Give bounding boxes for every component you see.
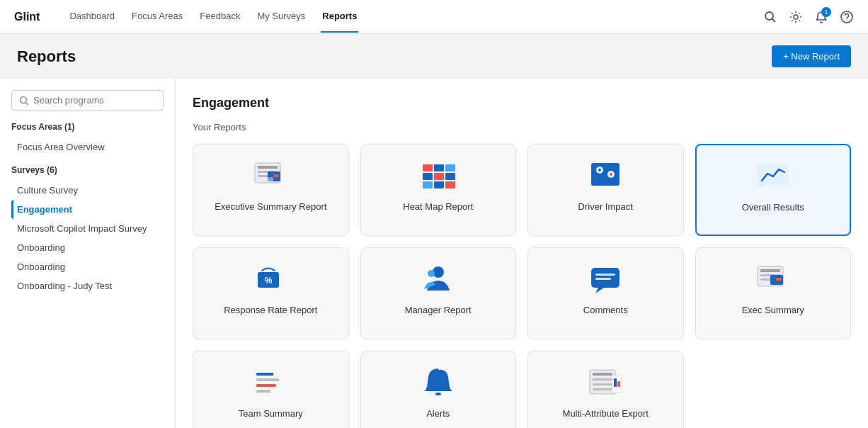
svg-rect-55 [617, 381, 620, 387]
report-card-overall-results[interactable]: Overall Results [695, 144, 852, 236]
sidebar: Focus Areas (1) Focus Area Overview Surv… [0, 79, 176, 428]
svg-line-6 [25, 102, 28, 105]
surveys-section-title: Surveys (6) [11, 165, 164, 175]
help-icon[interactable] [840, 10, 854, 24]
multi-attribute-label: Multi-Attribute Export [563, 408, 649, 419]
sidebar-item-culture-survey[interactable]: Culture Survey [11, 181, 164, 200]
exec-summary-report-label: Executive Summary Report [215, 201, 326, 212]
report-card-comments[interactable]: Comments [527, 247, 684, 339]
svg-rect-8 [258, 166, 278, 169]
report-card-heat-map[interactable]: Heat Map Report [360, 144, 517, 236]
svg-rect-52 [593, 388, 612, 390]
alerts-icon [418, 366, 458, 400]
manager-icon [418, 262, 458, 296]
svg-rect-20 [423, 181, 433, 188]
new-report-button[interactable]: + New Report [772, 45, 851, 67]
svg-rect-45 [256, 384, 276, 387]
alerts-label: Alerts [426, 408, 450, 419]
sidebar-section-surveys: Surveys (6) Culture Survey Engagement Mi… [11, 165, 164, 295]
svg-rect-21 [434, 181, 444, 188]
svg-rect-22 [445, 181, 455, 188]
sidebar-item-onboarding-2[interactable]: Onboarding [11, 257, 164, 276]
report-card-response-rate[interactable]: % Response Rate Report [193, 247, 349, 339]
svg-rect-43 [256, 373, 273, 376]
overall-results-label: Overall Results [742, 202, 804, 213]
svg-point-0 [765, 12, 773, 20]
top-navigation: Glint Dashboard Focus Areas Feedback My … [0, 0, 868, 34]
heat-map-label: Heat Map Report [403, 201, 473, 212]
response-rate-label: Response Rate Report [224, 305, 317, 315]
svg-point-25 [598, 169, 601, 171]
svg-rect-19 [445, 173, 455, 180]
report-card-multi-attribute[interactable]: Multi-Attribute Export [527, 351, 684, 428]
svg-rect-13 [268, 177, 273, 181]
notifications-icon[interactable]: 1 [814, 10, 828, 24]
sidebar-item-copilot[interactable]: Microsoft Copilot Impact Survey [11, 219, 164, 238]
sidebar-item-engagement[interactable]: Engagement [11, 200, 164, 219]
driver-impact-icon [586, 159, 625, 193]
svg-rect-35 [595, 274, 615, 276]
nav-dashboard[interactable]: Dashboard [68, 1, 116, 33]
exec-summary-2-label: Exec Summary [742, 305, 804, 315]
settings-icon[interactable] [789, 10, 803, 24]
svg-point-32 [428, 270, 435, 277]
search-input[interactable] [33, 95, 156, 106]
exec-summary-report-icon [251, 159, 290, 193]
nav-feedback[interactable]: Feedback [198, 1, 241, 33]
report-card-exec-summary-report[interactable]: Executive Summary Report [193, 144, 349, 236]
heat-map-icon [418, 159, 458, 193]
report-card-team-summary[interactable]: Team Summary [193, 351, 349, 428]
svg-point-3 [841, 11, 852, 23]
team-summary-icon [251, 366, 290, 400]
report-card-driver-impact[interactable]: Driver Impact [527, 144, 684, 236]
svg-rect-42 [776, 278, 782, 281]
multi-attribute-icon [586, 366, 625, 400]
sidebar-item-onboarding-1[interactable]: Onboarding [11, 238, 164, 257]
svg-rect-51 [593, 383, 612, 385]
sidebar-item-onboarding-judy[interactable]: Onboarding - Judy Test [11, 276, 164, 295]
svg-rect-14 [423, 164, 433, 171]
svg-point-5 [21, 96, 27, 103]
comments-label: Comments [583, 305, 628, 315]
svg-rect-17 [423, 173, 433, 180]
svg-rect-47 [435, 393, 441, 395]
report-card-alerts[interactable]: Alerts [360, 351, 517, 428]
nav-my-surveys[interactable]: My Surveys [256, 1, 307, 33]
svg-rect-46 [256, 390, 270, 393]
sidebar-item-focus-area-overview[interactable]: Focus Area Overview [11, 137, 164, 157]
svg-point-27 [610, 173, 612, 176]
svg-rect-16 [445, 164, 455, 171]
svg-point-2 [794, 15, 798, 19]
topnav-icons: 1 [763, 10, 854, 24]
svg-rect-50 [593, 378, 612, 381]
page-header: Reports + New Report [0, 34, 868, 79]
svg-rect-12 [273, 174, 279, 177]
search-icon[interactable] [763, 10, 777, 24]
search-box-icon [19, 96, 29, 106]
response-rate-icon: % [251, 262, 290, 296]
reports-area: Engagement Your Reports Executive Su [176, 79, 868, 428]
svg-text:%: % [265, 276, 273, 286]
your-reports-label: Your Reports [193, 122, 851, 133]
team-summary-label: Team Summary [239, 408, 303, 419]
svg-rect-38 [760, 269, 780, 272]
app-logo: Glint [14, 11, 40, 23]
page-title: Reports [17, 47, 76, 66]
exec-summary-2-icon [753, 262, 793, 296]
manager-label: Manager Report [405, 305, 472, 315]
notification-badge: 1 [821, 7, 831, 17]
driver-impact-label: Driver Impact [578, 201, 633, 212]
report-card-manager[interactable]: Manager Report [360, 247, 517, 339]
nav-focus-areas[interactable]: Focus Areas [130, 1, 184, 33]
reports-grid: Executive Summary Report [193, 144, 851, 428]
comments-icon [586, 262, 625, 296]
nav-reports[interactable]: Reports [321, 1, 358, 33]
svg-marker-34 [595, 288, 604, 293]
svg-rect-49 [593, 373, 612, 376]
svg-rect-54 [614, 378, 617, 387]
search-box [11, 90, 164, 111]
svg-rect-18 [434, 173, 444, 180]
engagement-title: Engagement [193, 96, 851, 111]
svg-point-4 [846, 19, 847, 20]
report-card-exec-summary-2[interactable]: Exec Summary [695, 247, 852, 339]
